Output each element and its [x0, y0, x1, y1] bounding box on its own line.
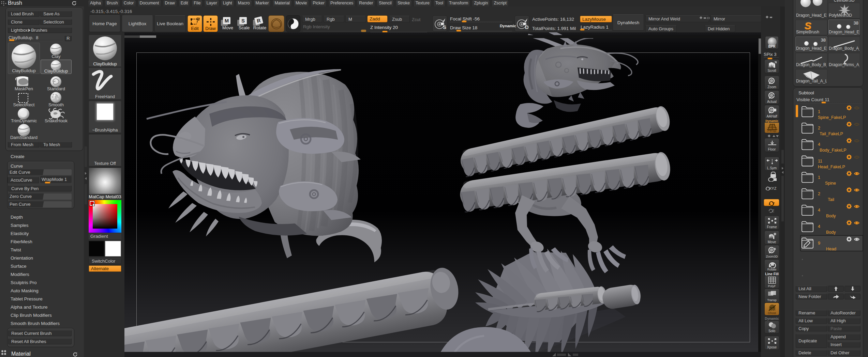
svg-text:D: D: [525, 24, 528, 30]
svg-text:S: S: [443, 24, 446, 30]
svg-text:x1: x1: [773, 94, 776, 97]
svg-text:Z: Z: [772, 209, 774, 213]
svg-text:Y: Y: [772, 202, 775, 206]
svg-text:XYZ: XYZ: [769, 186, 777, 190]
